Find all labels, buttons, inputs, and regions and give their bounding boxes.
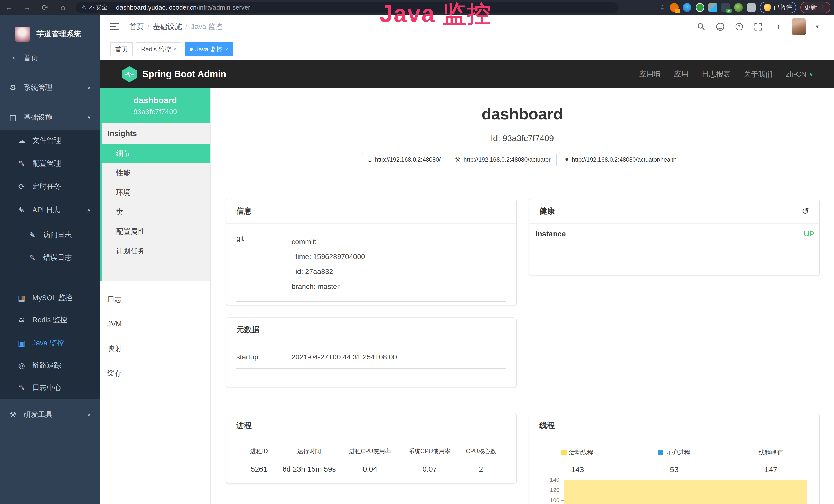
extension-icon[interactable]: on xyxy=(721,3,730,12)
legend-value: 147 xyxy=(723,465,819,474)
sba-sidebar-item-类[interactable]: 类 xyxy=(102,202,211,222)
bookmark-star-icon[interactable]: ☆ xyxy=(659,3,666,12)
chevron-down-icon[interactable]: ▾ xyxy=(816,23,818,30)
health-instance-label: Instance xyxy=(535,230,566,238)
back-icon[interactable]: ← xyxy=(0,3,18,12)
chevron-up-icon: ∧ xyxy=(87,207,91,213)
sba-sidebar-item-细节[interactable]: 细节 xyxy=(100,144,211,163)
trace-icon: ◎ xyxy=(17,361,27,370)
extension-icon[interactable]: 1 xyxy=(670,3,679,12)
main-column: 首页/基础设施/Java 监控 ?тT▾ 首页Redis 监控×Java 监控×… xyxy=(100,15,834,504)
sidebar-item-日志中心[interactable]: ✎日志中心 xyxy=(0,377,100,398)
sidebar-item-Redis 监控[interactable]: ≋Redis 监控 xyxy=(0,310,100,330)
sba-sidebar-item-配置属性[interactable]: 配置属性 xyxy=(102,222,211,241)
sidebar-item-MySQL 监控[interactable]: ▦MySQL 监控 xyxy=(0,288,100,308)
sidebar-item-label: 日志中心 xyxy=(32,383,61,393)
process-card: 进程 进程ID5261运行时间6d 23h 15m 59s进程CPU使用率0.0… xyxy=(226,413,516,483)
dashboard-icon: ◔ xyxy=(8,54,18,62)
process-column-value: 6d 23h 15m 59s xyxy=(282,465,337,474)
extension-icon[interactable] xyxy=(708,3,717,12)
extensions-puzzle-icon[interactable] xyxy=(747,3,756,12)
page-subtitle: Id: 93a3fc7f7409 xyxy=(211,134,834,143)
close-icon[interactable]: × xyxy=(225,46,228,52)
active-dot-icon xyxy=(190,48,193,51)
process-column-value: 5261 xyxy=(236,465,282,474)
breadcrumb-item[interactable]: 基础设施 xyxy=(153,22,182,31)
tags-view-bar: 首页Redis 监控×Java 监控× xyxy=(100,39,834,60)
sidebar-item-定时任务[interactable]: ⟳定时任务 xyxy=(0,176,100,197)
sidebar-logo[interactable]: 芋道管理系统 xyxy=(0,20,100,48)
process-column-value: 0.04 xyxy=(336,465,403,474)
text-size-icon[interactable]: тT xyxy=(773,22,782,31)
info-card-title: 信息 xyxy=(236,206,252,216)
sidebar-item-错误日志[interactable]: ✎错误日志 xyxy=(0,247,100,268)
sba-sidebar-item-日志[interactable]: 日志 xyxy=(100,287,211,312)
process-column-header: 进程ID xyxy=(236,447,282,455)
tab-Redis 监控[interactable]: Redis 监控× xyxy=(136,42,181,56)
locale-selector[interactable]: zh-CN∨ xyxy=(786,70,813,78)
chart-ytick-label: 120 xyxy=(539,487,559,494)
fullscreen-icon[interactable] xyxy=(753,22,763,31)
process-column: CPU核心数2 xyxy=(456,447,506,474)
process-column-header: 进程CPU使用率 xyxy=(336,447,403,455)
home-icon[interactable]: ⌂ xyxy=(54,3,72,12)
sba-nav-日志报表[interactable]: 日志报表 xyxy=(702,69,730,79)
extension-icon[interactable] xyxy=(734,3,743,12)
extension-icon[interactable] xyxy=(683,3,692,12)
tab-Java 监控[interactable]: Java 监控× xyxy=(185,42,233,56)
sidebar-item-基础设施[interactable]: ◫基础设施∧ xyxy=(0,107,100,128)
hamburger-icon[interactable] xyxy=(110,23,119,30)
instance-link-button[interactable]: ♥http://192.168.0.2:48080/actuator/healt… xyxy=(559,153,682,166)
sidebar-item-label: 基础设施 xyxy=(24,112,52,122)
user-avatar[interactable] xyxy=(792,19,806,35)
sidebar-item-链路追踪[interactable]: ◎链路追踪 xyxy=(0,355,100,375)
tab-首页[interactable]: 首页 xyxy=(110,42,133,56)
close-icon[interactable]: × xyxy=(173,46,176,52)
sba-nav-应用[interactable]: 应用 xyxy=(674,69,688,79)
address-bar[interactable]: ⚠ 不安全 dashboard.yudao.iocoder.cn/infra/a… xyxy=(75,2,618,13)
profile-paused-badge[interactable]: 已暂停 xyxy=(760,2,796,13)
sba-sidebar-item-性能[interactable]: 性能 xyxy=(102,163,211,183)
history-icon[interactable]: ↺ xyxy=(802,206,809,216)
github-icon[interactable] xyxy=(716,22,725,31)
sba-nav-关于我们[interactable]: 关于我们 xyxy=(744,69,773,79)
chart-ytick-label: 140 xyxy=(539,477,559,483)
sidebar-item-Java 监控[interactable]: ▣Java 监控 xyxy=(0,333,100,353)
search-icon[interactable] xyxy=(697,22,706,31)
process-column: 进程CPU使用率0.04 xyxy=(336,447,403,474)
process-column-header: CPU核心数 xyxy=(456,447,506,455)
admin-sidebar: 芋道管理系统 ◔首页⚙系统管理∨◫基础设施∧☁文件管理✎配置管理⟳定时任务✎AP… xyxy=(0,15,100,504)
forward-icon[interactable]: → xyxy=(18,3,36,12)
sba-sidebar-item-映射[interactable]: 映射 xyxy=(100,336,211,361)
process-column: 进程ID5261 xyxy=(236,447,282,474)
sidebar-item-系统管理[interactable]: ⚙系统管理∨ xyxy=(0,77,100,98)
sba-sidebar-item-环境[interactable]: 环境 xyxy=(102,183,211,202)
metadata-card: 元数据 startup 2021-04-27T00:44:31.254+08:0… xyxy=(226,318,516,387)
tab-label: 首页 xyxy=(115,45,128,53)
sidebar-item-研发工具[interactable]: ⚒研发工具∨ xyxy=(0,404,100,425)
threads-card-title: 线程 xyxy=(540,420,555,431)
extension-icon[interactable] xyxy=(696,3,704,12)
instance-link-button[interactable]: ⌂http://192.168.0.2:48080/ xyxy=(362,153,446,166)
sba-sidebar-item-计划任务[interactable]: 计划任务 xyxy=(102,241,211,261)
legend-column: 守护进程53 xyxy=(626,448,723,474)
instance-link-button[interactable]: ⚒http://192.168.0.2:48080/actuator xyxy=(449,153,556,166)
sidebar-item-首页[interactable]: ◔首页 xyxy=(0,48,100,68)
help-icon[interactable]: ? xyxy=(734,22,744,31)
breadcrumb-item[interactable]: 首页 xyxy=(129,22,144,31)
info-row-label: git xyxy=(236,234,291,294)
chrome-update-button[interactable]: 更新 ⋮ xyxy=(800,2,830,13)
sidebar-item-API 日志[interactable]: ✎API 日志∧ xyxy=(0,200,100,220)
sidebar-item-文件管理[interactable]: ☁文件管理 xyxy=(0,130,100,151)
app-title: 芋道管理系统 xyxy=(37,29,81,39)
sba-sidebar-item-缓存[interactable]: 缓存 xyxy=(100,361,211,386)
sba-nav-应用墙[interactable]: 应用墙 xyxy=(639,69,661,79)
sba-sidebar-item-JVM[interactable]: JVM xyxy=(100,312,211,336)
health-status-badge: UP xyxy=(804,230,814,238)
reload-icon[interactable]: ⟳ xyxy=(36,3,54,12)
sidebar-item-配置管理[interactable]: ✎配置管理 xyxy=(0,153,100,174)
wrench-icon: ⚒ xyxy=(455,156,461,163)
instance-link-url: http://192.168.0.2:48080/actuator xyxy=(464,156,551,163)
instance-header[interactable]: dashboard 93a3fc7f7409 xyxy=(100,88,211,123)
sidebar-item-访问日志[interactable]: ✎访问日志 xyxy=(0,225,100,245)
